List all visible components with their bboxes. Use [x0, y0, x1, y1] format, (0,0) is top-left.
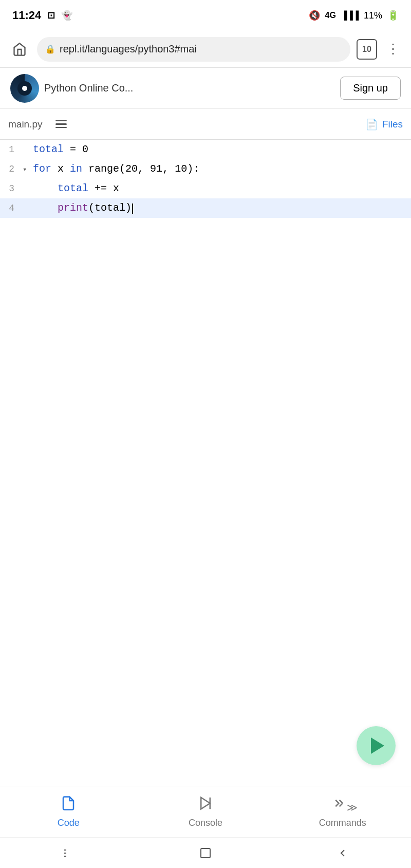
- url-bar[interactable]: 🔒 repl.it/languages/python3#mai: [37, 37, 350, 62]
- tab-count[interactable]: 10: [357, 39, 377, 60]
- commands-nav-icon: ≫: [327, 796, 358, 815]
- nav-item-console[interactable]: Console: [137, 796, 274, 828]
- code-editor[interactable]: 1 total = 0 2 ▾ for x in range(20, 91, 1…: [0, 140, 411, 705]
- nav-label-console: Console: [189, 818, 222, 828]
- files-label: Files: [382, 119, 403, 130]
- status-time: 11:24: [12, 9, 41, 22]
- android-back-button[interactable]: [327, 843, 358, 863]
- battery-icon: 🔋: [387, 10, 399, 21]
- nav-label-commands: Commands: [319, 818, 366, 828]
- android-recents-button[interactable]: [53, 843, 84, 863]
- nav-item-code[interactable]: Code: [0, 796, 137, 828]
- home-button[interactable]: [8, 38, 31, 61]
- signal-bars-icon: ▐▐▐: [341, 11, 359, 20]
- nav-label-code: Code: [58, 818, 80, 828]
- bottom-nav: Code Console ≫ Commands: [0, 786, 411, 837]
- line-number-2: 2: [0, 161, 23, 177]
- battery-percent: 11%: [364, 10, 382, 21]
- code-line-1: 1 total = 0: [0, 140, 411, 159]
- line-code-3: total += x: [33, 180, 119, 197]
- file-icon: 📄: [365, 118, 378, 131]
- network-icon: 4G: [325, 11, 336, 20]
- code-line-3: 3 total += x: [0, 179, 411, 198]
- status-screen-icon: ⊡: [47, 10, 55, 21]
- browser-bar: 🔒 repl.it/languages/python3#mai 10 ⋮: [0, 31, 411, 68]
- line-arrow-4: [23, 203, 33, 215]
- tab-main-py[interactable]: main.py: [8, 109, 48, 139]
- hamburger-icon: [55, 120, 67, 128]
- svg-rect-6: [201, 848, 210, 858]
- hamburger-menu-button[interactable]: [50, 113, 72, 136]
- cursor: [132, 204, 133, 214]
- line-number-4: 4: [0, 200, 23, 216]
- signup-button[interactable]: Sign up: [340, 77, 401, 100]
- code-nav-icon: [61, 796, 76, 815]
- line-arrow-1: [23, 144, 33, 157]
- code-line-4: 4 print(total): [0, 198, 411, 218]
- status-bar: 11:24 ⊡ 👻 🔇 4G ▐▐▐ 11% 🔋: [0, 0, 411, 31]
- play-icon: [371, 737, 384, 754]
- app-logo: [10, 74, 39, 103]
- editor-tab-bar: main.py 📄 Files: [0, 109, 411, 140]
- line-number-1: 1: [0, 142, 23, 158]
- svg-marker-0: [201, 797, 210, 809]
- run-button[interactable]: [357, 726, 396, 765]
- line-number-3: 3: [0, 181, 23, 197]
- line-arrow-2: ▾: [23, 164, 33, 176]
- android-nav: [0, 837, 411, 868]
- code-lines: 1 total = 0 2 ▾ for x in range(20, 91, 1…: [0, 140, 411, 218]
- line-arrow-3: [23, 183, 33, 196]
- app-logo-area: Python Online Co...: [10, 74, 133, 103]
- line-code-2: for x in range(20, 91, 10):: [33, 160, 199, 178]
- line-code-4: print(total): [33, 199, 133, 217]
- line-code-1: total = 0: [33, 141, 88, 158]
- lock-icon: 🔒: [45, 44, 55, 54]
- app-header: Python Online Co... Sign up: [0, 68, 411, 109]
- files-button[interactable]: 📄 Files: [365, 118, 403, 131]
- url-text: repl.it/languages/python3#mai: [60, 43, 197, 55]
- browser-menu-button[interactable]: ⋮: [383, 41, 403, 57]
- mute-icon: 🔇: [309, 10, 320, 21]
- console-nav-icon: [198, 796, 213, 815]
- nav-item-commands[interactable]: ≫ Commands: [274, 796, 411, 828]
- snapchat-icon: 👻: [61, 10, 72, 21]
- app-title: Python Online Co...: [44, 82, 133, 94]
- android-home-button[interactable]: [190, 843, 221, 863]
- code-line-2: 2 ▾ for x in range(20, 91, 10):: [0, 159, 411, 179]
